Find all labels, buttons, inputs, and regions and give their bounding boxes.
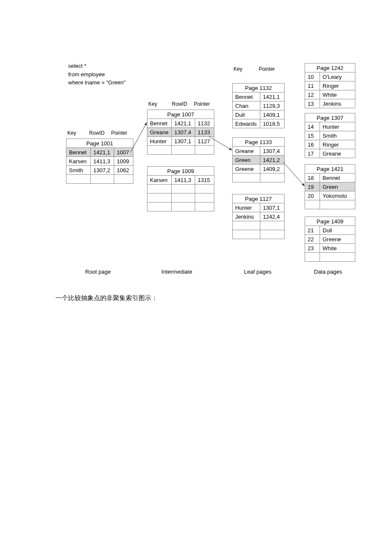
cell: Edwards bbox=[233, 119, 260, 128]
table-row: 11Ringer bbox=[305, 81, 355, 90]
table-row bbox=[147, 202, 214, 211]
cell: Ringer bbox=[320, 81, 355, 90]
cell: 1411,3 bbox=[91, 157, 114, 166]
cell: Green bbox=[320, 182, 355, 191]
table-row: Chan1129,3 bbox=[233, 101, 285, 110]
cell: Hunter bbox=[233, 203, 260, 212]
query-line: select * bbox=[68, 62, 126, 70]
cell bbox=[260, 173, 285, 182]
table-row: 16Ringer bbox=[305, 140, 355, 149]
cell bbox=[233, 230, 260, 239]
data-label: Data pages bbox=[303, 269, 354, 275]
table-row bbox=[147, 194, 214, 202]
page-title-cell: Page 1001 bbox=[66, 139, 133, 148]
cell: 1307,4 bbox=[172, 128, 195, 137]
cell bbox=[195, 185, 214, 194]
cell: Greene bbox=[320, 235, 355, 244]
page-title-cell: Page 1242 bbox=[305, 64, 355, 72]
cell: 16 bbox=[305, 140, 320, 149]
table-row bbox=[233, 173, 285, 182]
table-row: 10O'Leary bbox=[305, 72, 355, 81]
table-row: 19Green bbox=[305, 182, 355, 191]
cell: 1307,1 bbox=[172, 137, 195, 146]
table-row: 15Smith bbox=[305, 131, 355, 140]
cell: Bennet bbox=[320, 173, 355, 182]
cell: 23 bbox=[305, 244, 320, 253]
cell: Bennet bbox=[147, 119, 172, 128]
cell: Greene bbox=[233, 165, 260, 173]
root-headers: Key RowID Pointer bbox=[67, 130, 127, 136]
cell: 19 bbox=[305, 182, 320, 191]
table-row: Dull1409,1 bbox=[233, 110, 285, 119]
page-title-cell: Page 1132 bbox=[233, 84, 285, 92]
leaf-page-table: Page 1127Hunter1307,1Jenkins1242,4 bbox=[232, 194, 285, 239]
cell: Bennet bbox=[233, 92, 260, 101]
root-label: Root page bbox=[72, 269, 124, 275]
page-title-cell: Page 1127 bbox=[233, 194, 285, 203]
cell bbox=[195, 202, 214, 211]
cell: 1421,1 bbox=[91, 148, 114, 157]
table-row: Greane1307,41133 bbox=[147, 128, 214, 137]
table-row: 22Greene bbox=[305, 235, 355, 244]
cell: 1007 bbox=[114, 148, 133, 157]
table-row: 18Bennet bbox=[305, 173, 355, 182]
cell: 14 bbox=[305, 122, 320, 131]
cell: Karsen bbox=[66, 157, 91, 166]
table-row: Greene1409,2 bbox=[233, 165, 285, 173]
table-row: Greane1307,4 bbox=[233, 147, 285, 156]
cell: 12 bbox=[305, 90, 320, 99]
cell bbox=[305, 253, 320, 262]
cell: 1421,1 bbox=[172, 119, 195, 128]
cell: 11 bbox=[305, 81, 320, 90]
data-page-table: Page 140921Dull22Greene23White bbox=[305, 217, 355, 262]
cell: 22 bbox=[305, 235, 320, 244]
table-row bbox=[305, 200, 355, 209]
cell: 1009 bbox=[114, 157, 133, 166]
cell bbox=[147, 202, 172, 211]
cell: 21 bbox=[305, 226, 320, 235]
cell: Karsen bbox=[147, 176, 172, 185]
cell: 1411,3 bbox=[172, 176, 195, 185]
cell: Jenkins bbox=[233, 212, 260, 221]
cell: Hunter bbox=[320, 122, 355, 131]
cell: 1315 bbox=[195, 176, 214, 185]
cell: White bbox=[320, 90, 355, 99]
table-row bbox=[147, 146, 214, 155]
cell: White bbox=[320, 244, 355, 253]
page-title-cell: Page 1007 bbox=[147, 110, 214, 119]
page-title-cell: Page 1009 bbox=[147, 167, 214, 176]
page-title-cell: Page 1409 bbox=[305, 217, 355, 226]
table-row: Bennet1421,11007 bbox=[66, 148, 133, 157]
table-row bbox=[147, 185, 214, 194]
cell: O'Leary bbox=[320, 72, 355, 81]
cell: Greane bbox=[147, 128, 172, 137]
cell bbox=[260, 230, 285, 239]
table-row: 21Dull bbox=[305, 226, 355, 235]
page-title-cell: Page 1307 bbox=[305, 113, 355, 122]
cell: Greane bbox=[233, 147, 260, 156]
cell: 1307,2 bbox=[91, 166, 114, 175]
leaf-page-table: Page 1133Greane1307,4Green1421,2Greene14… bbox=[232, 137, 285, 182]
table-row: 20Yokomoto bbox=[305, 191, 355, 200]
data-page-table: Page 142118Bennet19Green20Yokomoto bbox=[305, 164, 355, 209]
caption-text: 一个比较抽象点的非聚集索引图示： bbox=[55, 294, 158, 302]
cell: Bennet bbox=[66, 148, 91, 157]
cell bbox=[233, 221, 260, 230]
cell: 15 bbox=[305, 131, 320, 140]
cell: Hunter bbox=[147, 137, 172, 146]
cell bbox=[66, 175, 91, 184]
cell: 1133 bbox=[195, 128, 214, 137]
cell: 1132 bbox=[195, 119, 214, 128]
table-row: 23White bbox=[305, 244, 355, 253]
table-row bbox=[233, 221, 285, 230]
cell: Green bbox=[233, 156, 260, 165]
cell: 13 bbox=[305, 99, 320, 108]
data-page-table: Page 124210O'Leary11Ringer12White13Jenki… bbox=[305, 63, 355, 108]
intermediate-page-table: Page 1007Bennet1421,11132Greane1307,4113… bbox=[147, 110, 214, 155]
table-row: Jenkins1242,4 bbox=[233, 212, 285, 221]
cell: 1129,3 bbox=[260, 101, 285, 110]
cell: Yokomoto bbox=[320, 191, 355, 200]
cell: 10 bbox=[305, 72, 320, 81]
svg-line-2 bbox=[283, 162, 304, 186]
root-page-table: Page 1001Bennet1421,11007Karsen1411,3100… bbox=[66, 139, 133, 184]
